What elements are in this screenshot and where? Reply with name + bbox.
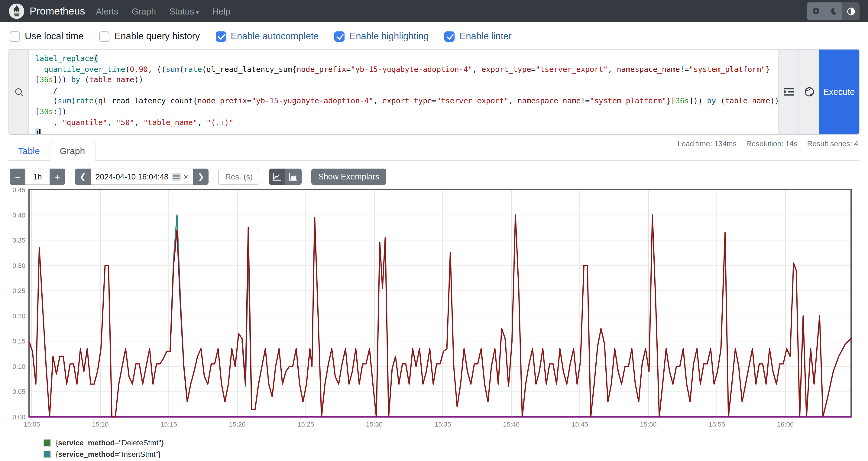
query-editor[interactable]: label_replace( quantile_over_time(0.90, … <box>29 50 778 134</box>
option-label: Enable autocomplete <box>230 31 318 42</box>
nav-item-graph[interactable]: Graph <box>132 6 156 16</box>
svg-text:15:35: 15:35 <box>435 421 451 428</box>
option-use-local-time[interactable]: Use local time <box>10 31 84 42</box>
svg-text:0.35: 0.35 <box>12 236 25 244</box>
checkbox-icon[interactable] <box>99 31 110 41</box>
query-expression: label_replace( quantile_over_time(0.90, … <box>35 53 772 134</box>
svg-text:15:05: 15:05 <box>24 421 40 428</box>
load-time: Load time: 134ms <box>677 139 737 148</box>
svg-text:0.30: 0.30 <box>12 262 25 269</box>
dark-theme-moon-icon[interactable] <box>825 2 842 20</box>
legend-swatch <box>43 451 51 458</box>
checkbox-icon[interactable] <box>335 31 345 41</box>
svg-text:15:25: 15:25 <box>298 421 314 428</box>
options-row: Use local timeEnable query historyEnable… <box>0 22 868 49</box>
light-theme-sun-icon[interactable] <box>807 2 825 20</box>
theme-toggle-group <box>807 2 860 20</box>
legend-label: {service_method="DeleteStmt"} <box>56 439 163 447</box>
prometheus-logo-icon <box>8 3 25 19</box>
legend-swatch <box>43 439 51 447</box>
tab-graph[interactable]: Graph <box>50 141 95 161</box>
prometheus-app: Prometheus Alerts Graph Status▾ Help Use… <box>0 0 868 461</box>
navbar: Prometheus Alerts Graph Status▾ Help <box>0 0 868 22</box>
screenshot-stage: Prometheus Alerts Graph Status▾ Help Use… <box>0 0 868 461</box>
chart-legend: {service_method="DeleteStmt"}{service_me… <box>43 439 163 459</box>
format-query-icon[interactable] <box>778 50 799 134</box>
svg-text:15:30: 15:30 <box>366 421 383 428</box>
checkbox-icon[interactable] <box>444 31 455 41</box>
svg-text:0.10: 0.10 <box>12 363 25 370</box>
tabs-row: Table Graph Load time: 134ms Resolution:… <box>8 141 860 161</box>
option-enable-autocomplete[interactable]: Enable autocomplete <box>216 31 318 42</box>
option-enable-highlighting[interactable]: Enable highlighting <box>335 31 429 42</box>
brand-title: Prometheus <box>30 5 85 17</box>
checkbox-icon[interactable] <box>10 31 20 41</box>
brand[interactable]: Prometheus <box>8 3 85 19</box>
nav-item-status[interactable]: Status▾ <box>169 6 199 16</box>
option-label: Use local time <box>25 31 84 42</box>
svg-text:15:15: 15:15 <box>160 421 177 428</box>
svg-text:15:45: 15:45 <box>571 421 588 428</box>
chevron-down-icon: ▾ <box>196 9 199 15</box>
svg-text:15:40: 15:40 <box>503 421 520 428</box>
result-series: Result series: 4 <box>807 139 859 148</box>
svg-text:0.45: 0.45 <box>12 186 25 194</box>
svg-text:0.15: 0.15 <box>12 337 25 345</box>
legend-item[interactable]: {service_method="InsertStmt"} <box>43 450 163 459</box>
clear-time-icon[interactable]: × <box>183 172 188 181</box>
checkbox-icon[interactable] <box>216 31 226 41</box>
svg-text:15:10: 15:10 <box>92 421 108 428</box>
tab-table[interactable]: Table <box>8 141 50 160</box>
legend-label: {service_method="InsertStmt"} <box>56 450 161 459</box>
line-chart: 0.000.050.100.150.200.250.300.350.400.45… <box>0 181 868 430</box>
option-label: Enable highlighting <box>350 31 429 42</box>
option-enable-linter[interactable]: Enable linter <box>444 31 512 42</box>
nav-item-alerts[interactable]: Alerts <box>96 6 118 16</box>
datetime-picker-icon[interactable] <box>172 173 180 180</box>
svg-text:15:50: 15:50 <box>640 421 657 428</box>
nav-item-help[interactable]: Help <box>212 6 230 16</box>
auto-theme-contrast-icon[interactable] <box>842 2 860 20</box>
svg-text:15:55: 15:55 <box>708 421 725 428</box>
svg-text:0.05: 0.05 <box>12 388 25 395</box>
search-icon <box>9 50 29 134</box>
query-panel: label_replace( quantile_over_time(0.90, … <box>8 49 860 135</box>
resolution: Resolution: 14s <box>746 139 798 148</box>
end-time-value: 2024-04-10 16:04:48 <box>95 172 168 181</box>
legend-item[interactable]: {service_method="DeleteStmt"} <box>43 439 163 447</box>
option-label: Enable linter <box>460 31 512 42</box>
svg-text:0.20: 0.20 <box>12 312 25 320</box>
execute-button[interactable]: Execute <box>819 50 859 134</box>
graph-chart[interactable]: 0.000.050.100.150.200.250.300.350.400.45… <box>0 181 868 430</box>
svg-text:0.00: 0.00 <box>12 413 25 421</box>
option-label: Enable query history <box>115 31 200 42</box>
query-stats: Load time: 134ms Resolution: 14s Result … <box>677 139 858 148</box>
svg-text:0.40: 0.40 <box>12 211 25 219</box>
svg-text:0.25: 0.25 <box>12 287 25 295</box>
nav-links: Alerts Graph Status▾ Help <box>96 6 230 16</box>
metrics-explorer-globe-icon[interactable] <box>799 50 819 134</box>
svg-text:15:20: 15:20 <box>229 421 246 428</box>
option-enable-query-history[interactable]: Enable query history <box>99 31 200 42</box>
svg-text:16:00: 16:00 <box>777 421 794 428</box>
